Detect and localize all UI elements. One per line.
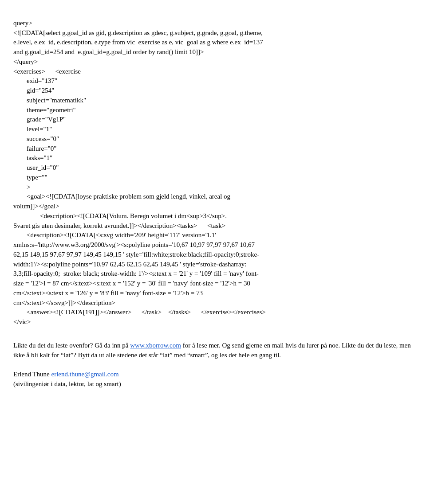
signature-name: Erlend Thune erlend.thune@gmail.com: [13, 369, 413, 379]
code-line-3: e.level, e.ex_id, e.description, e.type …: [13, 39, 263, 46]
code-line-29: cm</s:text><s:text x = '126' y = '83' fi…: [13, 289, 203, 297]
code-line-9: subject="matematikk": [13, 97, 86, 104]
code-line-8: gid="254": [13, 87, 54, 94]
paragraph-1-before-link: Likte du det du leste ovenfor? Gå da inn…: [13, 342, 130, 349]
signature-title: (sivilingeniør i data, lektor, lat og sm…: [13, 379, 413, 389]
code-line-21: <description><![CDATA[Volum. Beregn volu…: [13, 212, 227, 219]
signature-section: Erlend Thune erlend.thune@gmail.com (siv…: [13, 369, 413, 389]
code-line-12: level="1": [13, 125, 52, 133]
code-line-23: <description><![CDATA[<s:svg width='209'…: [13, 231, 216, 238]
code-line-15: tasks="1": [13, 154, 52, 161]
code-line-19: <goal><![CDATA[loyse praktiske problem s…: [13, 193, 230, 200]
signature-name-text: Erlend Thune: [13, 371, 50, 378]
code-line-31: <answer><![CDATA[191]]></answer> </task>…: [13, 309, 266, 316]
code-line-13: success="0": [13, 135, 59, 142]
code-line-7: exid="137": [13, 77, 57, 84]
xborrow-link[interactable]: www.xborrow.com: [130, 342, 181, 349]
code-line-20: volum]]></goal>: [13, 203, 59, 210]
signature-email-link[interactable]: erlend.thune@gmail.com: [51, 371, 119, 378]
code-line-22: Svaret gis uten desimaler, korrekt avrun…: [13, 222, 225, 229]
code-line-6: <exercises> <exercise: [13, 68, 81, 75]
code-block: query> <![CDATA[select g.goal_id as gid,…: [13, 9, 413, 327]
code-line-2: <![CDATA[select g.goal_id as gid, g.desc…: [13, 29, 263, 36]
paragraph-1: Likte du det du leste ovenfor? Gå da inn…: [13, 340, 413, 360]
code-line-25: 62,15 149,15 97,67 97,97 149,45 149,15 '…: [13, 251, 259, 258]
code-line-1: query>: [13, 20, 32, 27]
code-line-17: type="": [13, 174, 47, 181]
code-line-11: grade="Vg1P": [13, 116, 66, 123]
code-line-18: >: [13, 184, 30, 191]
code-line-28: size = '12'>l = 87 cm</s:text><s:text x …: [13, 280, 250, 287]
code-line-24: xmlns:s='http://www.w3.org/2000/svg'><s:…: [13, 241, 255, 248]
prose-section: Likte du det du leste ovenfor? Gå da inn…: [13, 340, 413, 360]
code-line-10: theme="geometri": [13, 106, 76, 113]
code-line-5: </query>: [13, 58, 38, 65]
code-line-16: user_id="0": [13, 164, 59, 171]
code-line-32: </vic>: [13, 318, 31, 325]
code-line-27: 3,3;fill-opacity:0; stroke: black; strok…: [13, 270, 259, 277]
code-line-30: cm</s:text></s:svg>]]></description>: [13, 299, 115, 306]
code-line-26: width:1'/><s:polyline points='10,97 62,4…: [13, 261, 246, 268]
code-line-14: failure="0": [13, 145, 56, 152]
code-line-4: and g.goal_id=254 and e.goal_id=g.goal_i…: [13, 48, 204, 55]
